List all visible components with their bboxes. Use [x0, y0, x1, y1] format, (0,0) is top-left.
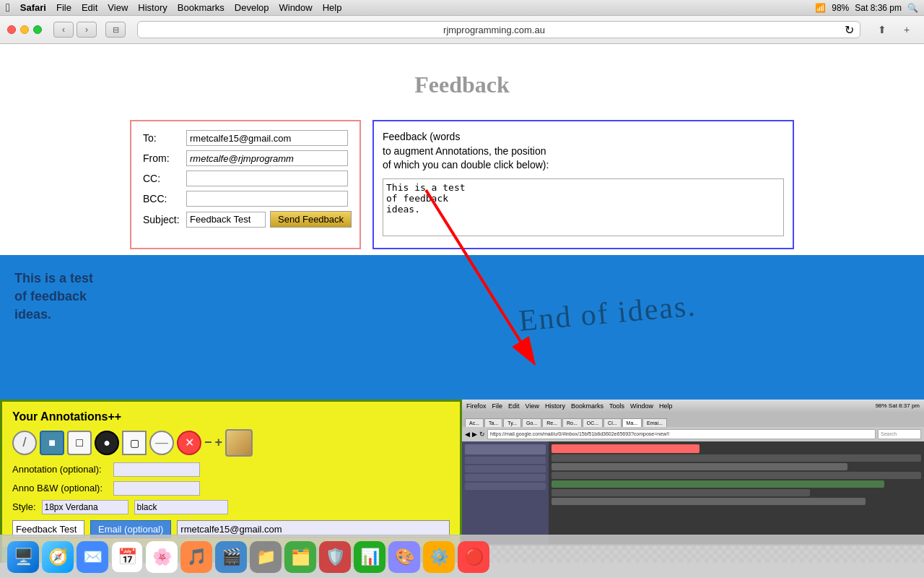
- traffic-lights: [7, 25, 42, 34]
- menu-view[interactable]: View: [108, 2, 128, 13]
- gmail-sidebar: [462, 441, 549, 544]
- apple-menu[interactable]: : [6, 1, 10, 14]
- maximize-button[interactable]: [33, 25, 42, 34]
- forward-button[interactable]: ›: [77, 22, 97, 38]
- minus-button[interactable]: −: [204, 435, 212, 450]
- style-font-input[interactable]: [42, 500, 128, 514]
- menu-develop[interactable]: Develop: [235, 2, 269, 13]
- ff-tab-1[interactable]: Ac...: [465, 418, 484, 427]
- ff-tab-7[interactable]: OC...: [583, 418, 603, 427]
- red-arrow-svg: [419, 183, 563, 385]
- page-heading: Feedback: [0, 57, 924, 110]
- menubar-right: 📶 98% Sat 8:36 pm 🔍: [815, 3, 918, 13]
- sidebar-button[interactable]: ⊟: [105, 22, 126, 38]
- page-heading-container: Feedback: [0, 44, 924, 120]
- dock-app-6[interactable]: 🎬: [215, 541, 247, 573]
- square-outline-tool[interactable]: □: [67, 431, 92, 455]
- subject-label: Subject:: [143, 214, 186, 225]
- xmark-tool[interactable]: ✕: [177, 431, 201, 455]
- close-button[interactable]: [7, 25, 16, 34]
- dock-app-10[interactable]: 📊: [354, 541, 385, 573]
- send-feedback-button[interactable]: Send Feedback: [270, 211, 352, 228]
- ff-tab-6[interactable]: Ro...: [562, 418, 582, 427]
- menu-window[interactable]: Window: [279, 2, 312, 13]
- dock-app-5[interactable]: 🎵: [180, 541, 212, 573]
- bcc-input[interactable]: [186, 191, 348, 207]
- menu-file[interactable]: File: [56, 2, 71, 13]
- annotation-input[interactable]: [113, 462, 200, 477]
- style-color-input[interactable]: [134, 500, 228, 514]
- ff-tab-4[interactable]: Go...: [522, 418, 541, 427]
- ff-tab-5[interactable]: Re...: [542, 418, 562, 427]
- reload-icon[interactable]: ↻: [845, 23, 854, 37]
- cc-label: CC:: [143, 173, 186, 184]
- menu-edit[interactable]: Edit: [82, 2, 97, 13]
- search-icon[interactable]: 🔍: [907, 3, 918, 13]
- from-label: From:: [143, 152, 186, 164]
- dock-safari[interactable]: 🧭: [42, 541, 74, 573]
- minimize-button[interactable]: [20, 25, 29, 34]
- ff-tab-2[interactable]: Ta...: [484, 418, 502, 427]
- browser-chrome: ‹ › ⊟ rjmprogramming.com.au ↻ ⬆ +: [0, 16, 924, 44]
- bcc-row: BCC:: [143, 191, 348, 207]
- dock-app-7[interactable]: 📁: [250, 541, 282, 573]
- bcc-label: BCC:: [143, 193, 186, 204]
- cc-input[interactable]: [186, 171, 348, 186]
- dock-photos[interactable]: 🌸: [146, 541, 178, 573]
- main-area: Feedback To: From: CC: BCC:: [0, 44, 924, 563]
- filled-circle-tool[interactable]: ●: [95, 431, 119, 455]
- dock-finder[interactable]: 🖥️: [7, 541, 39, 573]
- handwriting-text: End of ideas.: [520, 273, 881, 395]
- menu-safari[interactable]: Safari: [20, 2, 46, 13]
- annotation-tools: / ■ □ ●: [12, 429, 450, 457]
- annotations-title: Your Annotations++: [12, 410, 450, 423]
- plus-button[interactable]: +: [215, 435, 223, 450]
- dock-app-13[interactable]: 🔴: [458, 541, 489, 573]
- annotations-panel: Your Annotations++ / ■: [2, 402, 460, 547]
- menu-history[interactable]: History: [138, 2, 167, 13]
- ff-tab-10[interactable]: Emai...: [642, 418, 667, 427]
- annotation-area-wrapper: This is a test of feedback ideas. End of…: [0, 255, 924, 563]
- ff-tab-active[interactable]: Ma...: [622, 418, 642, 427]
- firefox-url[interactable]: https://mail.google.com/mail/u/0/#inbox/…: [487, 429, 876, 439]
- from-row: From:: [143, 150, 348, 166]
- annotation-label: Annotation (optional):: [12, 464, 113, 475]
- firefox-content: [462, 441, 924, 544]
- firefox-addressbar: ◀ ▶ ↻ https://mail.google.com/mail/u/0/#…: [462, 427, 924, 441]
- filled-square-tool[interactable]: ■: [40, 431, 64, 455]
- dock-app-11[interactable]: 🎨: [388, 541, 420, 573]
- annobw-label: Anno B&W (optional):: [12, 483, 113, 493]
- ff-tab-3[interactable]: Ty...: [503, 418, 521, 427]
- dock-app-9[interactable]: 🛡️: [319, 541, 351, 573]
- to-label: To:: [143, 132, 186, 144]
- small-square-tool[interactable]: ▢: [122, 431, 147, 455]
- dock-mail[interactable]: ✉️: [77, 541, 108, 573]
- back-button[interactable]: ‹: [53, 22, 74, 38]
- line-tool[interactable]: —: [149, 431, 174, 455]
- color-swatch[interactable]: [225, 429, 253, 457]
- pencil-tool[interactable]: /: [12, 431, 37, 455]
- url-display: rjmprogramming.com.au: [144, 25, 845, 35]
- ff-tab-8[interactable]: Cl...: [603, 418, 621, 427]
- annotation-optional-row: Annotation (optional):: [12, 462, 450, 477]
- annobw-input[interactable]: [113, 481, 200, 496]
- subject-input[interactable]: [186, 212, 266, 228]
- firefox-search[interactable]: Search: [878, 429, 921, 439]
- feedback-words-title: Feedback (wordsto augment Annotations, t…: [383, 130, 784, 173]
- dock-calendar[interactable]: 📅: [111, 541, 143, 573]
- dock-app-12[interactable]: ⚙️: [423, 541, 455, 573]
- gmail-main: [549, 441, 924, 544]
- menu-help[interactable]: Help: [323, 2, 342, 13]
- to-input[interactable]: [186, 130, 348, 146]
- annotation-canvas[interactable]: This is a test of feedback ideas. End of…: [0, 255, 924, 400]
- new-tab-button[interactable]: +: [897, 22, 917, 38]
- style-label: Style:: [12, 501, 36, 512]
- dock-app-8[interactable]: 🗂️: [284, 541, 316, 573]
- style-row: Style:: [12, 500, 450, 514]
- address-bar[interactable]: rjmprogramming.com.au ↻: [137, 21, 860, 38]
- from-input[interactable]: [186, 150, 348, 166]
- share-button[interactable]: ⬆: [872, 22, 892, 38]
- svg-line-2: [426, 190, 534, 363]
- menu-bookmarks[interactable]: Bookmarks: [178, 2, 225, 13]
- cc-row: CC:: [143, 171, 348, 186]
